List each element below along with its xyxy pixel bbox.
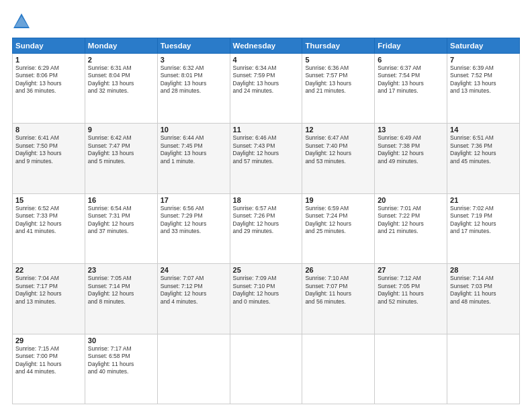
calendar-cell: 12Sunrise: 6:47 AMSunset: 7:40 PMDayligh… <box>302 124 375 193</box>
calendar-cell: 7Sunrise: 6:39 AMSunset: 7:52 PMDaylight… <box>447 54 520 124</box>
calendar-cell: 2Sunrise: 6:31 AMSunset: 8:04 PMDaylight… <box>85 54 157 124</box>
day-number: 8 <box>15 126 82 134</box>
calendar-cell: 6Sunrise: 6:37 AMSunset: 7:54 PMDaylight… <box>375 54 447 124</box>
day-number: 20 <box>378 196 444 204</box>
col-header-friday: Friday <box>375 38 447 54</box>
calendar-cell: 14Sunrise: 6:51 AMSunset: 7:36 PMDayligh… <box>447 124 520 193</box>
calendar-cell: 29Sunrise: 7:15 AMSunset: 7:00 PMDayligh… <box>13 334 85 404</box>
logo <box>12 12 34 31</box>
day-info: Sunrise: 6:31 AMSunset: 8:04 PMDaylight:… <box>88 64 154 95</box>
calendar-cell: 21Sunrise: 7:02 AMSunset: 7:19 PMDayligh… <box>447 193 520 263</box>
day-info: Sunrise: 6:44 AMSunset: 7:45 PMDaylight:… <box>161 134 227 165</box>
day-info: Sunrise: 7:09 AMSunset: 7:10 PMDaylight:… <box>233 275 300 306</box>
calendar-cell: 22Sunrise: 7:04 AMSunset: 7:17 PMDayligh… <box>13 264 85 334</box>
calendar-cell: 28Sunrise: 7:14 AMSunset: 7:03 PMDayligh… <box>447 264 520 334</box>
day-info: Sunrise: 7:07 AMSunset: 7:12 PMDaylight:… <box>161 275 227 306</box>
day-info: Sunrise: 6:49 AMSunset: 7:38 PMDaylight:… <box>378 134 444 165</box>
day-info: Sunrise: 6:59 AMSunset: 7:24 PMDaylight:… <box>305 205 371 236</box>
day-info: Sunrise: 7:10 AMSunset: 7:07 PMDaylight:… <box>305 275 371 306</box>
day-number: 28 <box>450 266 517 274</box>
logo-icon <box>12 12 31 31</box>
day-info: Sunrise: 6:32 AMSunset: 8:01 PMDaylight:… <box>161 64 227 95</box>
day-number: 30 <box>88 336 154 345</box>
calendar-cell <box>302 334 375 404</box>
calendar-cell: 15Sunrise: 6:52 AMSunset: 7:33 PMDayligh… <box>13 193 85 263</box>
calendar-cell: 8Sunrise: 6:41 AMSunset: 7:50 PMDaylight… <box>13 124 85 193</box>
calendar-cell <box>447 334 520 404</box>
calendar-cell: 18Sunrise: 6:57 AMSunset: 7:26 PMDayligh… <box>230 193 302 263</box>
col-header-sunday: Sunday <box>13 38 85 54</box>
day-number: 29 <box>15 336 82 345</box>
calendar-cell: 30Sunrise: 7:17 AMSunset: 6:58 PMDayligh… <box>85 334 157 404</box>
calendar-cell <box>157 334 230 404</box>
day-number: 27 <box>378 266 444 274</box>
calendar-cell: 10Sunrise: 6:44 AMSunset: 7:45 PMDayligh… <box>157 124 230 193</box>
calendar-cell <box>375 334 447 404</box>
day-info: Sunrise: 7:02 AMSunset: 7:19 PMDaylight:… <box>450 205 517 236</box>
day-number: 16 <box>88 196 154 204</box>
day-info: Sunrise: 7:05 AMSunset: 7:14 PMDaylight:… <box>88 275 154 306</box>
day-info: Sunrise: 7:01 AMSunset: 7:22 PMDaylight:… <box>378 205 444 236</box>
day-info: Sunrise: 7:17 AMSunset: 6:58 PMDaylight:… <box>88 345 154 376</box>
day-info: Sunrise: 6:54 AMSunset: 7:31 PMDaylight:… <box>88 205 154 236</box>
day-number: 11 <box>233 126 300 134</box>
day-number: 26 <box>305 266 371 274</box>
day-number: 23 <box>88 266 154 274</box>
day-info: Sunrise: 6:46 AMSunset: 7:43 PMDaylight:… <box>233 134 300 165</box>
day-number: 18 <box>233 196 300 204</box>
col-header-thursday: Thursday <box>302 38 375 54</box>
calendar-cell: 13Sunrise: 6:49 AMSunset: 7:38 PMDayligh… <box>375 124 447 193</box>
day-info: Sunrise: 6:52 AMSunset: 7:33 PMDaylight:… <box>15 205 82 236</box>
calendar-cell: 23Sunrise: 7:05 AMSunset: 7:14 PMDayligh… <box>85 264 157 334</box>
day-number: 1 <box>15 56 82 64</box>
col-header-tuesday: Tuesday <box>157 38 230 54</box>
day-info: Sunrise: 6:39 AMSunset: 7:52 PMDaylight:… <box>450 64 517 95</box>
day-number: 25 <box>233 266 300 274</box>
day-number: 21 <box>450 196 517 204</box>
day-info: Sunrise: 6:51 AMSunset: 7:36 PMDaylight:… <box>450 134 517 165</box>
page-header <box>12 12 520 31</box>
day-number: 19 <box>305 196 371 204</box>
day-info: Sunrise: 7:12 AMSunset: 7:05 PMDaylight:… <box>378 275 444 306</box>
calendar-cell: 25Sunrise: 7:09 AMSunset: 7:10 PMDayligh… <box>230 264 302 334</box>
day-number: 5 <box>305 56 371 64</box>
day-info: Sunrise: 7:04 AMSunset: 7:17 PMDaylight:… <box>15 275 82 306</box>
calendar-cell: 3Sunrise: 6:32 AMSunset: 8:01 PMDaylight… <box>157 54 230 124</box>
calendar-cell: 5Sunrise: 6:36 AMSunset: 7:57 PMDaylight… <box>302 54 375 124</box>
day-number: 12 <box>305 126 371 134</box>
day-info: Sunrise: 6:56 AMSunset: 7:29 PMDaylight:… <box>161 205 227 236</box>
day-number: 3 <box>161 56 227 64</box>
calendar-cell: 27Sunrise: 7:12 AMSunset: 7:05 PMDayligh… <box>375 264 447 334</box>
day-number: 10 <box>161 126 227 134</box>
day-number: 6 <box>378 56 444 64</box>
day-number: 4 <box>233 56 300 64</box>
calendar-cell <box>230 334 302 404</box>
day-info: Sunrise: 6:34 AMSunset: 7:59 PMDaylight:… <box>233 64 300 95</box>
calendar-cell: 26Sunrise: 7:10 AMSunset: 7:07 PMDayligh… <box>302 264 375 334</box>
calendar-cell: 9Sunrise: 6:42 AMSunset: 7:47 PMDaylight… <box>85 124 157 193</box>
day-number: 17 <box>161 196 227 204</box>
day-info: Sunrise: 6:57 AMSunset: 7:26 PMDaylight:… <box>233 205 300 236</box>
day-info: Sunrise: 6:29 AMSunset: 8:06 PMDaylight:… <box>15 64 82 95</box>
calendar-cell: 4Sunrise: 6:34 AMSunset: 7:59 PMDaylight… <box>230 54 302 124</box>
day-number: 9 <box>88 126 154 134</box>
calendar-cell: 20Sunrise: 7:01 AMSunset: 7:22 PMDayligh… <box>375 193 447 263</box>
day-info: Sunrise: 6:37 AMSunset: 7:54 PMDaylight:… <box>378 64 444 95</box>
day-number: 7 <box>450 56 517 64</box>
col-header-wednesday: Wednesday <box>230 38 302 54</box>
day-number: 15 <box>15 196 82 204</box>
day-info: Sunrise: 7:15 AMSunset: 7:00 PMDaylight:… <box>15 345 82 376</box>
calendar-cell: 17Sunrise: 6:56 AMSunset: 7:29 PMDayligh… <box>157 193 230 263</box>
day-info: Sunrise: 6:36 AMSunset: 7:57 PMDaylight:… <box>305 64 371 95</box>
day-number: 2 <box>88 56 154 64</box>
svg-marker-1 <box>15 16 28 27</box>
calendar-cell: 16Sunrise: 6:54 AMSunset: 7:31 PMDayligh… <box>85 193 157 263</box>
day-number: 14 <box>450 126 517 134</box>
calendar-cell: 24Sunrise: 7:07 AMSunset: 7:12 PMDayligh… <box>157 264 230 334</box>
col-header-monday: Monday <box>85 38 157 54</box>
day-info: Sunrise: 6:42 AMSunset: 7:47 PMDaylight:… <box>88 134 154 165</box>
calendar-cell: 1Sunrise: 6:29 AMSunset: 8:06 PMDaylight… <box>13 54 85 124</box>
day-info: Sunrise: 6:41 AMSunset: 7:50 PMDaylight:… <box>15 134 82 165</box>
calendar-cell: 19Sunrise: 6:59 AMSunset: 7:24 PMDayligh… <box>302 193 375 263</box>
calendar-cell: 11Sunrise: 6:46 AMSunset: 7:43 PMDayligh… <box>230 124 302 193</box>
